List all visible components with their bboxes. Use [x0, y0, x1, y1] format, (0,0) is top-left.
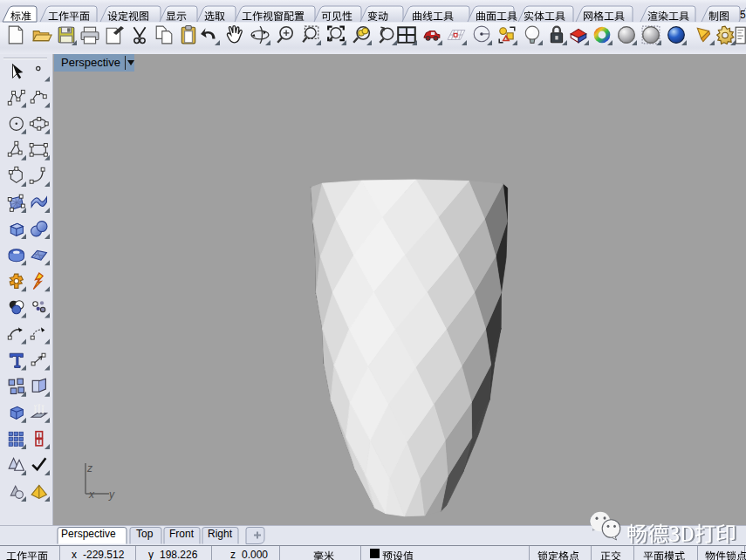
- svg-text:y: y: [108, 488, 115, 501]
- svg-text:z: z: [86, 462, 92, 475]
- svg-text:x: x: [88, 488, 95, 501]
